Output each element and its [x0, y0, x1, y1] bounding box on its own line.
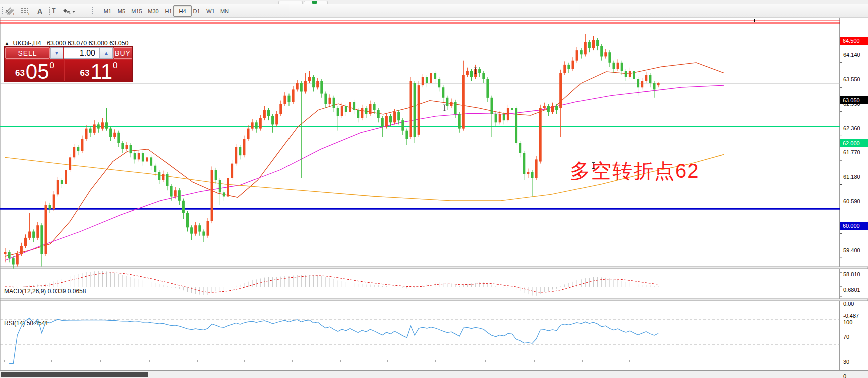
macd-label: MACD(12,26,9) 0.0339 0.0658 — [4, 288, 86, 295]
symbol-period-label: UKOil-,H4 — [13, 40, 41, 47]
sell-button[interactable]: SELL — [5, 47, 50, 59]
timeframe-button-mn[interactable]: MN — [215, 5, 234, 17]
buy-button[interactable]: BUY — [113, 47, 132, 59]
price-tick-label: 62.360 — [843, 125, 860, 131]
pane-separator[interactable] — [0, 267, 868, 269]
price-badge-62.000: 62.000 — [840, 139, 868, 147]
trade-controls-row: SELL ▼ ▲ BUY — [5, 47, 132, 59]
macd-scale-label: 0.6801 — [843, 287, 860, 293]
toolbar-drag-handle[interactable] — [91, 6, 93, 15]
price-tick-label: 59.400 — [843, 247, 860, 253]
sell-price-prefix: 63 — [15, 68, 25, 78]
ghost-button — [278, 1, 303, 4]
chart-annotation-text: 多空转折点62 — [570, 157, 700, 185]
macd-scale-label: 0.00 — [843, 301, 854, 307]
fibo-grid-tool[interactable]: F — [18, 5, 31, 17]
price-tick-label: 63.550 — [843, 76, 860, 82]
ohlc-values: 63.000 63.070 63.000 63.050 — [47, 40, 128, 47]
price-tick-label: 61.770 — [843, 149, 860, 155]
price-tick-label: 61.180 — [843, 174, 860, 180]
price-tick-label: 58.810 — [843, 271, 860, 277]
volume-decrease-button[interactable]: ▼ — [50, 47, 63, 59]
mt4-window: EFAT M1M5M15M30H1H4D1W1MN ▲ UKOil-,H4 63… — [0, 0, 868, 378]
sell-price-main: 05 — [26, 63, 49, 81]
tool-badge: E — [13, 12, 16, 16]
green-indicator-icon — [312, 1, 317, 4]
sell-price-sup: 0 — [50, 61, 54, 71]
buy-price-display[interactable]: 63 11 0 — [65, 60, 132, 82]
volume-increase-button[interactable]: ▲ — [100, 47, 113, 59]
text-label-tool[interactable]: A — [33, 5, 46, 17]
price-badge-60.000: 60.000 — [840, 222, 868, 230]
one-click-trading-panel: SELL ▼ ▲ BUY 63 05 0 63 11 0 — [4, 46, 133, 82]
price-badge-64.500: 64.500 — [840, 37, 868, 45]
chart-title: ▲ UKOil-,H4 63.000 63.070 63.000 63.050 — [5, 40, 129, 47]
macd-scale-label: -0.487 — [843, 313, 859, 319]
text-box-tool[interactable]: T — [47, 5, 60, 17]
sell-price-display[interactable]: 63 05 0 — [5, 60, 64, 82]
buy-price-prefix: 63 — [80, 68, 90, 78]
buy-price-main: 11 — [90, 63, 112, 81]
rsi-scale-label: 70 — [843, 334, 849, 340]
rsi-label: RSI(14) 50.4541 — [4, 320, 48, 327]
rsi-scale-label: 30 — [843, 359, 849, 365]
toolbar-separator — [249, 5, 249, 16]
tool-badge: F — [28, 12, 31, 16]
rsi-scale-label: 0 — [843, 373, 846, 378]
price-tick-label: 64.140 — [843, 52, 860, 58]
shapes-tool[interactable] — [62, 5, 76, 17]
top-toolbar-sliver — [0, 0, 868, 4]
rsi-scale-label: 100 — [843, 319, 852, 325]
collapse-triangle-icon[interactable]: ▲ — [5, 41, 9, 46]
drawing-toolbar: EFAT M1M5M15M30H1H4D1W1MN — [0, 4, 868, 18]
pane-separator[interactable] — [0, 299, 868, 301]
buy-price-sup: 0 — [113, 61, 117, 71]
volume-input[interactable] — [64, 47, 100, 59]
pattern-hatch-tool[interactable]: E — [3, 5, 16, 17]
h-scrollbar-thumb[interactable] — [1, 372, 148, 377]
price-tick-label: 60.590 — [843, 198, 860, 204]
price-badge-63.050: 63.050 — [840, 96, 868, 104]
chart-window[interactable]: ▲ UKOil-,H4 63.000 63.070 63.000 63.050 … — [0, 17, 868, 378]
